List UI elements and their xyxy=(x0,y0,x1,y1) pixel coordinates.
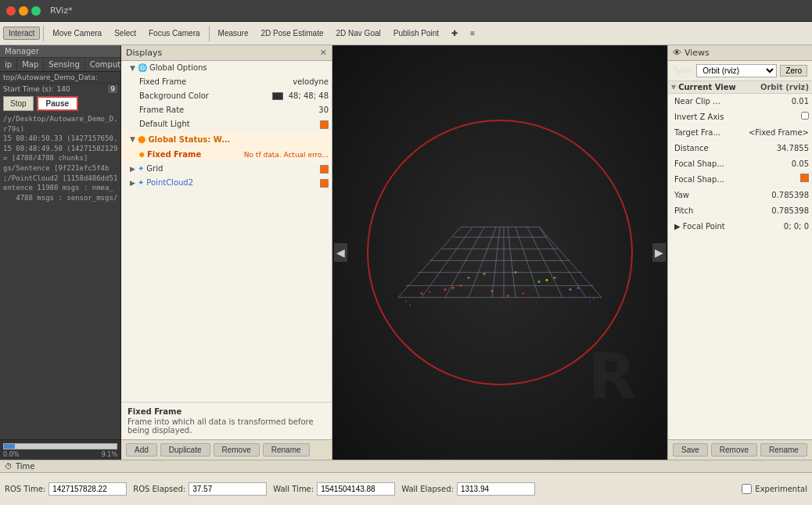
tree-pointcloud2[interactable]: ▶ ✦ PointCloud2 xyxy=(121,176,332,190)
views-remove-button[interactable]: Remove xyxy=(711,443,757,457)
ros-time-input[interactable] xyxy=(49,482,127,496)
manager-label: Manager xyxy=(0,45,120,58)
displays-tree: ▼ 🌐 Global Options Fixed Frame velodyne … xyxy=(121,61,332,402)
svg-line-17 xyxy=(539,227,602,297)
svg-point-19 xyxy=(452,287,455,289)
displays-close-icon[interactable]: ✕ xyxy=(320,48,327,58)
close-button[interactable] xyxy=(6,6,16,16)
timebar: ⏱ Time ROS Time: ROS Elapsed: Wall Time:… xyxy=(0,460,812,505)
tab-sensing[interactable]: Sensing xyxy=(44,58,85,71)
tooltip-description: Frame into which all data is transformed… xyxy=(128,417,325,435)
svg-line-16 xyxy=(539,227,586,297)
views-panel: 👁 Views Type: Orbit (rviz) Zero ▼ Curren… xyxy=(667,45,812,460)
tree-global-options[interactable]: ▼ 🌐 Global Options xyxy=(121,61,332,75)
svg-point-28 xyxy=(429,291,431,293)
fixed-frame-label: Fixed Frame xyxy=(139,76,287,88)
tree-fixed-frame[interactable]: Fixed Frame velodyne xyxy=(121,75,332,89)
log-line-4: gs/Sentence [9f221efc5f4b xyxy=(3,163,117,174)
path-label: top/Autoware_Demo_Data: xyxy=(0,72,120,84)
viewport-right-arrow[interactable]: ▶ xyxy=(652,243,666,262)
tab-ip[interactable]: ip xyxy=(0,58,17,71)
viewport[interactable]: R ◀ ▶ xyxy=(332,45,667,460)
expand-arrow-grid: ▶ xyxy=(130,163,135,174)
views-invert-z: Invert Z Axis xyxy=(668,109,812,125)
wall-time-input[interactable] xyxy=(317,482,395,496)
views-pitch: Pitch 0.785398 xyxy=(668,203,812,219)
nav-goal-button[interactable]: 2D Nav Goal xyxy=(331,27,386,40)
tab-comput[interactable]: Comput xyxy=(85,58,121,71)
frame-rate-label: Frame Rate xyxy=(139,104,313,116)
wall-time-label: Wall Time: xyxy=(273,485,314,493)
ros-time-field: ROS Time: xyxy=(5,482,127,496)
point-cloud-dots xyxy=(405,271,595,306)
measure-button[interactable]: Measure xyxy=(213,27,254,40)
default-light-checkbox[interactable] xyxy=(320,120,329,129)
views-type-select[interactable]: Orbit (rviz) xyxy=(696,64,777,77)
viewport-left-arrow[interactable]: ◀ xyxy=(334,243,347,262)
bg-color-value: 48; 48; 48 xyxy=(289,90,329,102)
move-camera-button[interactable]: Move Camera xyxy=(47,27,107,40)
pause-button[interactable]: Pause xyxy=(37,96,78,111)
views-target-frame: Target Fra... <Fixed Frame> xyxy=(668,125,812,141)
views-save-button[interactable]: Save xyxy=(673,443,708,457)
svg-line-10 xyxy=(469,227,496,297)
focal-shape-checkbox[interactable] xyxy=(800,174,809,182)
views-zero-button[interactable]: Zero xyxy=(780,65,807,77)
views-distance: Distance 34.7855 xyxy=(668,141,812,156)
tree-global-status[interactable]: ▼ ● Global Status: W... xyxy=(121,131,332,148)
duplicate-display-button[interactable]: Duplicate xyxy=(160,443,210,457)
views-near-clip: Near Clip ... 0.01 xyxy=(668,94,812,109)
tree-status-fixed-frame[interactable]: ● Fixed Frame No tf data. Actual erro... xyxy=(121,148,332,162)
wall-elapsed-label: Wall Elapsed: xyxy=(401,485,454,493)
minimize-button[interactable] xyxy=(19,6,28,16)
remove-display-button[interactable]: Remove xyxy=(214,443,260,457)
log-line-6: entence 11980 msgs : nmea_ xyxy=(3,183,117,193)
focus-camera-button[interactable]: Focus Camera xyxy=(143,27,206,40)
views-yaw: Yaw 0.785398 xyxy=(668,188,812,203)
grid-checkbox[interactable] xyxy=(320,165,329,174)
toolbar-sep-1 xyxy=(43,26,44,41)
displays-footer: Add Duplicate Remove Rename xyxy=(121,439,332,460)
log-path2: /y/Desktop/Autoware_Demo_D... xyxy=(3,114,117,124)
tree-bg-color[interactable]: Background Color 48; 48; 48 xyxy=(121,89,332,103)
ros-elapsed-input[interactable] xyxy=(189,482,267,496)
displays-header: Displays ✕ xyxy=(121,45,332,61)
current-view-type: Orbit (rviz) xyxy=(760,83,809,91)
views-focal-point: ▶ Focal Point 0; 0; 0 xyxy=(668,219,812,235)
add-display-button[interactable]: Add xyxy=(126,443,157,457)
log-line-5: ;/PointCloud2 [1158d486dd51 xyxy=(3,174,117,184)
tab-map[interactable]: Map xyxy=(17,58,44,71)
wall-elapsed-input[interactable] xyxy=(457,482,535,496)
svg-point-27 xyxy=(421,292,423,295)
displays-title: Displays xyxy=(126,48,162,58)
invert-z-checkbox[interactable] xyxy=(801,112,809,120)
experimental-checkbox[interactable] xyxy=(742,484,752,494)
expand-arrow-global: ▼ xyxy=(130,63,135,73)
ros-elapsed-label: ROS Elapsed: xyxy=(133,485,185,493)
start-time-row: Start Time (s): 140 9 xyxy=(0,84,120,95)
rviz-watermark: R xyxy=(587,340,636,413)
svg-line-15 xyxy=(527,227,562,297)
global-options-label: Global Options xyxy=(149,62,329,74)
status-fixed-frame-value: No tf data. Actual erro... xyxy=(244,149,329,160)
tree-default-light[interactable]: Default Light xyxy=(121,117,332,131)
log-line-1: 15 08:40:50.33 (1427157650.33) xyxy=(3,134,117,144)
progress-left: 0.0% xyxy=(3,451,19,458)
select-button[interactable]: Select xyxy=(109,27,142,40)
menu-btn[interactable]: ≡ xyxy=(465,27,480,40)
publish-point-button[interactable]: Publish Point xyxy=(388,27,444,40)
pose-estimate-button[interactable]: 2D Pose Estimate xyxy=(255,27,329,40)
ros-time-label: ROS Time: xyxy=(5,485,45,493)
pc2-checkbox[interactable] xyxy=(320,179,329,188)
rename-display-button[interactable]: Rename xyxy=(263,443,310,457)
default-light-label: Default Light xyxy=(139,118,318,131)
views-rename-button[interactable]: Rename xyxy=(760,443,807,457)
stop-button[interactable]: Stop xyxy=(3,96,34,111)
tree-frame-rate[interactable]: Frame Rate 30 xyxy=(121,103,332,117)
interact-button[interactable]: Interact xyxy=(3,27,40,40)
add-btn[interactable]: ✚ xyxy=(446,27,463,40)
views-footer: Save Remove Rename xyxy=(668,439,812,460)
grid-svg xyxy=(383,156,617,328)
maximize-button[interactable] xyxy=(31,6,41,16)
tree-grid[interactable]: ▶ ✦ Grid xyxy=(121,162,332,176)
